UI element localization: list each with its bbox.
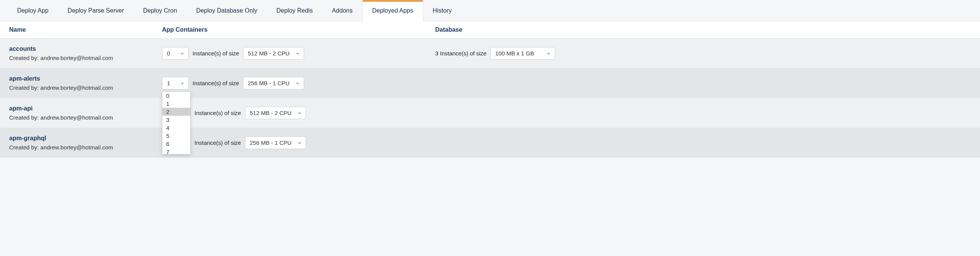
dropdown-option[interactable]: 1 xyxy=(162,100,190,108)
name-cell: accountsCreated by: andrew.bortey@hotmai… xyxy=(0,39,153,68)
chevron-down-icon xyxy=(295,51,300,56)
instance-count-select[interactable]: 1 xyxy=(162,77,189,89)
instance-size-select[interactable]: 256 MB - 1 CPU xyxy=(245,136,306,149)
tab-history[interactable]: History xyxy=(423,0,462,21)
tab-deploy-cron[interactable]: Deploy Cron xyxy=(133,0,186,21)
tab-deploy-parse-server[interactable]: Deploy Parse Server xyxy=(58,0,134,21)
instances-label: Instance(s) of size xyxy=(193,80,239,86)
header-database: Database xyxy=(426,21,980,39)
db-size-value: 100 MB x 1 GB xyxy=(495,50,534,57)
db-instances-label: 3 Instance(s) of size xyxy=(435,50,486,57)
containers-cell: 0Instance(s) of size512 MB - 2 CPU xyxy=(153,39,426,68)
instance-size-value: 512 MB - 2 CPU xyxy=(248,50,290,57)
instances-label: Instance(s) of size xyxy=(194,139,241,146)
created-by-prefix: Created by: xyxy=(9,144,40,151)
created-by: Created by: andrew.bortey@hotmail.com xyxy=(9,144,113,151)
instances-label: Instance(s) of size xyxy=(194,110,241,116)
created-by-prefix: Created by: xyxy=(9,114,40,121)
chevron-down-icon xyxy=(180,81,185,86)
database-cell xyxy=(426,68,980,98)
tab-addons[interactable]: Addons xyxy=(322,0,362,21)
containers-cell: Instance(s) of size256 MB - 1 CPU xyxy=(153,128,426,158)
dropdown-option[interactable]: 5 xyxy=(162,132,190,140)
chevron-down-icon xyxy=(295,81,300,86)
database-cell xyxy=(426,98,980,128)
instance-count-dropdown[interactable]: 01234567 xyxy=(162,91,191,154)
containers-cell: 101234567Instance(s) of size256 MB - 1 C… xyxy=(153,68,426,98)
app-name[interactable]: apm-alerts xyxy=(9,75,40,82)
created-by-email: andrew.bortey@hotmail.com xyxy=(40,144,113,151)
created-by: Created by: andrew.bortey@hotmail.com xyxy=(9,55,113,61)
instance-count-value: 0 xyxy=(167,50,170,57)
dropdown-option[interactable]: 4 xyxy=(162,124,190,132)
instance-size-value: 256 MB - 1 CPU xyxy=(250,139,292,146)
header-name: Name xyxy=(0,21,153,39)
database-cell: 3 Instance(s) of size100 MB x 1 GB xyxy=(426,39,980,68)
created-by: Created by: andrew.bortey@hotmail.com xyxy=(9,84,113,91)
created-by-email: andrew.bortey@hotmail.com xyxy=(40,84,113,91)
instances-label: Instance(s) of size xyxy=(193,50,239,57)
dropdown-option[interactable]: 0 xyxy=(162,92,190,100)
database-cell xyxy=(426,128,980,158)
instance-count-wrap: 101234567 xyxy=(162,77,189,89)
instance-count-value: 1 xyxy=(167,80,170,86)
created-by: Created by: andrew.bortey@hotmail.com xyxy=(9,114,113,121)
chevron-down-icon xyxy=(297,111,302,115)
instance-size-value: 256 MB - 1 CPU xyxy=(248,80,290,86)
created-by-prefix: Created by: xyxy=(9,84,40,91)
apps-grid: Name App Containers Database accountsCre… xyxy=(0,21,980,158)
chevron-down-icon xyxy=(180,51,185,56)
app-name[interactable]: accounts xyxy=(9,45,36,52)
instance-size-select[interactable]: 512 MB - 2 CPU xyxy=(245,107,306,119)
created-by-email: andrew.bortey@hotmail.com xyxy=(40,114,113,121)
containers-cell: Instance(s) of size512 MB - 2 CPU xyxy=(153,98,426,128)
chevron-down-icon xyxy=(297,141,302,145)
name-cell: apm-alertsCreated by: andrew.bortey@hotm… xyxy=(0,68,153,98)
tabs-bar: Deploy AppDeploy Parse ServerDeploy Cron… xyxy=(0,0,980,21)
tab-deploy-redis[interactable]: Deploy Redis xyxy=(267,0,322,21)
app-name[interactable]: apm-api xyxy=(9,105,32,112)
created-by-email: andrew.bortey@hotmail.com xyxy=(40,55,113,61)
tab-deployed-apps[interactable]: Deployed Apps xyxy=(362,0,423,21)
dropdown-option[interactable]: 7 xyxy=(162,148,190,154)
dropdown-option[interactable]: 6 xyxy=(162,140,190,148)
created-by-prefix: Created by: xyxy=(9,55,40,61)
instance-count-select[interactable]: 0 xyxy=(162,47,189,60)
instance-size-select[interactable]: 256 MB - 1 CPU xyxy=(243,77,304,89)
name-cell: apm-apiCreated by: andrew.bortey@hotmail… xyxy=(0,98,153,128)
tab-deploy-app[interactable]: Deploy App xyxy=(8,0,58,21)
chevron-down-icon xyxy=(546,51,551,56)
instance-count-wrap: 0 xyxy=(162,47,189,60)
name-cell: apm-graphqlCreated by: andrew.bortey@hot… xyxy=(0,128,153,158)
instance-size-select[interactable]: 512 MB - 2 CPU xyxy=(243,47,304,60)
db-size-select[interactable]: 100 MB x 1 GB xyxy=(490,47,555,60)
dropdown-option[interactable]: 3 xyxy=(162,116,190,124)
dropdown-option[interactable]: 2 xyxy=(162,108,190,116)
header-containers: App Containers xyxy=(153,21,426,39)
instance-size-value: 512 MB - 2 CPU xyxy=(250,110,292,116)
tab-deploy-database-only[interactable]: Deploy Database Only xyxy=(186,0,267,21)
app-name[interactable]: apm-graphql xyxy=(9,135,46,142)
